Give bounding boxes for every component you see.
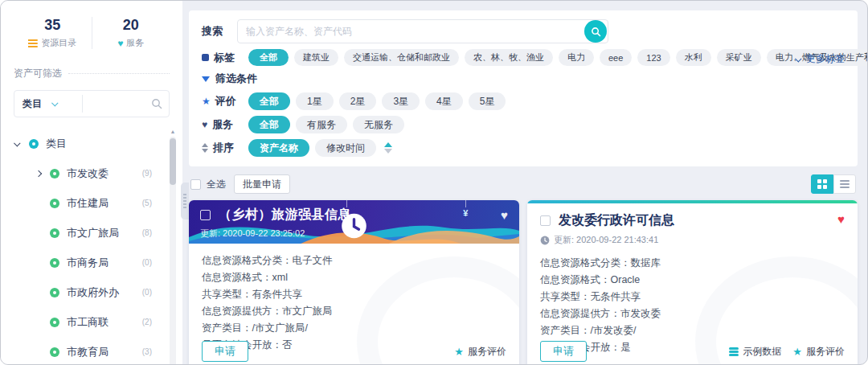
stat-resource-catalog: 35 资源目录 (14, 17, 92, 49)
expand-chevron-icon[interactable] (35, 170, 42, 176)
tree-scrollbar[interactable]: ▲ ▼ (170, 129, 176, 365)
rating-label: 评价 (215, 94, 236, 109)
rating-pill[interactable]: 2星 (339, 92, 377, 110)
node-icon (50, 199, 59, 208)
root-node-icon (29, 139, 39, 149)
card-updated: 更新: 2020-09-22 23:25:02 (200, 228, 508, 240)
favorite-heart-icon[interactable]: ♥ (501, 208, 508, 222)
service-rating-link[interactable]: ★ 服务评价 (792, 345, 845, 359)
scroll-up-icon[interactable]: ▲ (170, 129, 176, 135)
chevron-down-icon (51, 100, 58, 106)
card-checkbox[interactable] (540, 215, 551, 226)
tag-pill[interactable]: 电力 (559, 49, 594, 66)
node-count: (8) (142, 228, 152, 237)
clock-icon (200, 212, 508, 240)
tree-item[interactable]: 市政府外办 (0) (14, 277, 170, 307)
node-count: (9) (142, 169, 152, 178)
service-pill[interactable]: 无服务 (353, 116, 404, 133)
rating-pill[interactable]: 3星 (382, 92, 420, 110)
sidebar-filter-title: 资产可筛选 (14, 67, 170, 80)
star-icon: ★ (792, 346, 802, 358)
grid-icon (817, 179, 827, 189)
collapse-chevron-icon[interactable] (14, 140, 20, 146)
service-filter-label: 服务 (212, 117, 233, 132)
batch-apply-button[interactable]: 批量申请 (234, 174, 290, 194)
sort-row: 排序 资产名称 修改时间 (202, 139, 845, 157)
main-panel: 搜索 标签 全部 (189, 10, 858, 364)
rating-pill[interactable]: 全部 (248, 92, 290, 110)
clock-icon (540, 236, 550, 245)
favorite-heart-icon[interactable]: ♥ (837, 212, 845, 226)
card-field: 信息资源格式：xml (202, 269, 506, 286)
scrollbar-thumb[interactable] (170, 138, 176, 185)
rating-pill[interactable]: 4星 (425, 92, 463, 110)
card-updated: 更新: 2020-09-22 21:43:41 (527, 229, 858, 246)
card-field: 共享类型：无条件共享 (540, 289, 845, 306)
apply-button[interactable]: 申请 (202, 341, 248, 362)
catalog-label: 资源目录 (41, 37, 76, 49)
card-body: 信息资源格式分类：数据库 信息资源格式：Oracle 共享类型：无条件共享 信息… (527, 246, 858, 356)
service-rating-link[interactable]: ★ 服务评价 (454, 345, 506, 359)
select-all-checkbox[interactable] (190, 179, 201, 190)
more-tags-link[interactable]: 更多标签 (796, 52, 845, 66)
sample-data-link[interactable]: 示例数据 (729, 345, 781, 359)
card-field: 信息资源格式：Oracle (540, 272, 845, 289)
chevron-down-icon (795, 55, 801, 62)
tag-pill[interactable]: 采矿业 (717, 49, 761, 66)
service-heart-icon: ♥ (117, 38, 123, 49)
tag-pill[interactable]: 水利 (676, 49, 711, 66)
tree-item[interactable]: 市住建局 (5) (14, 188, 170, 218)
node-icon (50, 288, 59, 297)
sort-direction-toggle[interactable] (384, 142, 392, 154)
tag-pill[interactable]: 123 (637, 49, 669, 66)
rating-row: ★ 评价 全部 1星 2星 3星 4星 5星 (202, 92, 845, 110)
tree-item[interactable]: 市教育局 (3) (14, 337, 170, 365)
rating-pill[interactable]: 5星 (469, 92, 506, 110)
sort-pill[interactable]: 修改时间 (315, 139, 376, 157)
service-pill[interactable]: 有服务 (296, 116, 347, 133)
tag-pill[interactable]: 交通运输、仓储和邮政业 (344, 49, 459, 66)
list-toolbar: 全选 批量申请 (190, 174, 856, 195)
card-field: 资产类目：/市发改委/ (540, 322, 845, 339)
asset-search-input[interactable] (237, 19, 608, 43)
asset-card: ¥ ¥ ♥ （乡村）旅游强县信息 更新: 2020-09-22 23:25:02 (189, 200, 519, 365)
tree-root-category[interactable]: 类目 (14, 129, 170, 158)
category-dropdown[interactable]: 类目 (14, 97, 82, 111)
tree-item[interactable]: 市工商联 (2) (14, 307, 170, 337)
tags-label: 标签 (214, 51, 235, 65)
tag-pill[interactable]: 农、林、牧、渔业 (465, 49, 553, 66)
tag-pill[interactable]: 建筑业 (294, 49, 338, 66)
card-title[interactable]: 发改委行政许可信息 (559, 212, 674, 229)
view-toggle (811, 174, 856, 194)
tree-item[interactable]: 市文广旅局 (8) (14, 218, 170, 248)
grid-view-button[interactable] (811, 174, 833, 194)
sidebar-collapse-handle[interactable] (181, 182, 189, 219)
node-count: (0) (142, 258, 152, 267)
catalog-list-icon (28, 38, 38, 49)
category-search-input[interactable] (83, 91, 151, 117)
service-label: 服务 (126, 37, 144, 49)
card-footer: 申请 ★ 服务评价 (202, 341, 506, 362)
rating-pill[interactable]: 1星 (296, 92, 334, 110)
apply-button[interactable]: 申请 (540, 341, 587, 362)
sort-pill[interactable]: 资产名称 (248, 139, 309, 157)
tree-item[interactable]: 市商务局 (0) (14, 248, 170, 277)
search-button[interactable] (584, 20, 607, 43)
select-all-label[interactable]: 全选 (207, 178, 226, 191)
service-row: ♥ 服务 全部 有服务 无服务 (202, 116, 845, 133)
list-view-button[interactable] (833, 174, 856, 194)
node-icon (50, 228, 59, 238)
category-dropdown-value: 类目 (23, 97, 42, 111)
card-field: 信息资源格式分类：数据库 (540, 255, 845, 272)
card-banner: ¥ ¥ ♥ （乡村）旅游强县信息 更新: 2020-09-22 23:25:02 (189, 200, 519, 244)
search-icon[interactable] (151, 98, 162, 109)
card-field: 信息资源格式分类：电子文件 (202, 252, 506, 269)
node-icon (50, 347, 59, 357)
tag-pill[interactable]: eee (600, 49, 632, 66)
tree-item[interactable]: 市发改委 (9) (14, 158, 170, 188)
tag-pill[interactable]: 全部 (248, 49, 289, 66)
asset-card-grid: ¥ ¥ ♥ （乡村）旅游强县信息 更新: 2020-09-22 23:25:02 (189, 200, 858, 365)
card-footer: 申请 示例数据 ★ 服务评价 (540, 341, 845, 362)
tag-icon (202, 54, 209, 61)
service-pill[interactable]: 全部 (248, 116, 290, 133)
